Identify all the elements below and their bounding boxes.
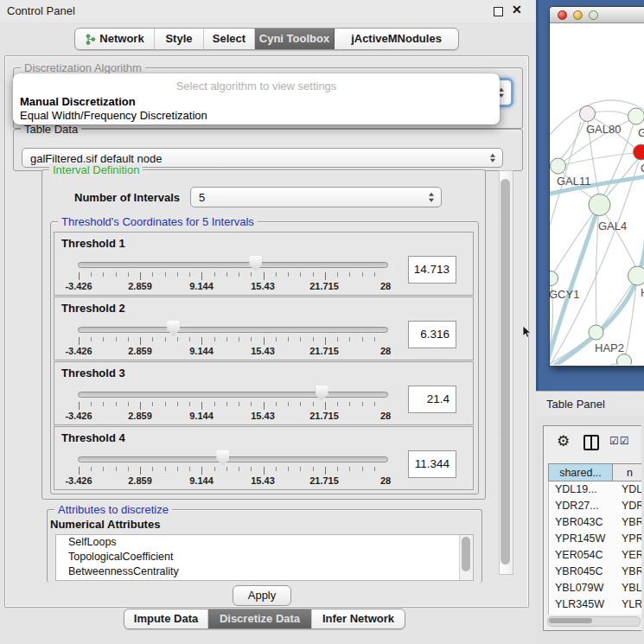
- table-row[interactable]: YBL079WYBL0: [549, 580, 641, 596]
- columns-icon[interactable]: [583, 435, 599, 450]
- table-row[interactable]: YLR345WYLR3: [549, 596, 641, 613]
- node-h-partial[interactable]: [628, 266, 644, 285]
- tick-label: 9.144: [175, 346, 227, 356]
- dropdown-option-equal-width[interactable]: Equal Width/Frequency Discretization: [20, 109, 207, 122]
- cell[interactable]: YLR3: [622, 596, 641, 613]
- network-canvas[interactable]: GAL80 G. C GAL11 GAL4 GCY1 H HAP2: [550, 22, 644, 365]
- tick-label: 15.43: [237, 346, 289, 356]
- list-vertical-scrollbar[interactable]: [459, 535, 473, 580]
- number-of-intervals-label: Number of Intervals: [74, 191, 180, 204]
- threshold-3-slider-thumb[interactable]: [316, 386, 328, 401]
- cell[interactable]: YDL1: [622, 481, 641, 498]
- tab-impute-data[interactable]: Impute Data: [124, 609, 208, 628]
- node-bottom[interactable]: [617, 354, 632, 366]
- threshold-1-value-field[interactable]: 14.713: [408, 256, 456, 284]
- apply-button[interactable]: Apply: [233, 585, 291, 606]
- list-item[interactable]: SelfLoops: [56, 535, 473, 550]
- threshold-1-slider-thumb[interactable]: [249, 256, 262, 271]
- network-window-titlebar[interactable]: [550, 7, 644, 23]
- tick-label: 21.715: [298, 411, 350, 421]
- combo-stepper-icon: [490, 153, 495, 163]
- tab-cyni-toolbox[interactable]: Cyni Toolbox: [255, 29, 335, 49]
- table-row[interactable]: YIL052CYIL0: [549, 613, 641, 615]
- cell[interactable]: YER0: [622, 547, 641, 564]
- tab-infer-network[interactable]: Infer Network: [312, 609, 405, 628]
- cell[interactable]: YBR045C: [555, 564, 603, 580]
- tick-label: 15.43: [237, 475, 289, 486]
- list-item[interactable]: BetweennessCentrality: [56, 564, 473, 579]
- tick-label: 2.859: [114, 475, 166, 486]
- threshold-2-slider-thumb[interactable]: [167, 321, 180, 336]
- node-label-hap2: HAP2: [595, 341, 624, 354]
- cell[interactable]: YER054C: [555, 547, 603, 564]
- cell[interactable]: YIL0: [622, 613, 641, 615]
- cell[interactable]: YDR2: [622, 498, 641, 514]
- cell[interactable]: YBR043C: [555, 514, 603, 531]
- tick-label: 2.859: [114, 346, 166, 356]
- close-traffic-light[interactable]: [558, 10, 567, 20]
- table-horizontal-scrollbar[interactable]: [547, 616, 641, 627]
- node-gal4[interactable]: [589, 194, 610, 216]
- cell[interactable]: YBL079W: [555, 580, 603, 596]
- number-of-intervals-combobox[interactable]: 5: [190, 187, 442, 207]
- tab-select[interactable]: Select: [204, 29, 255, 49]
- cell[interactable]: YBR0: [622, 564, 641, 580]
- tick-label: -3.426: [53, 475, 105, 486]
- node-label-gal11: GAL11: [557, 175, 591, 188]
- cell[interactable]: YBL0: [622, 580, 641, 596]
- table-data-combobox-value: galFiltered.sif default node: [30, 151, 162, 164]
- table-panel: ⚙ ☑☑ shared... n YDL19...YDL1 YDR27...YD…: [543, 425, 641, 631]
- scrollbar-thumb[interactable]: [501, 179, 510, 564]
- numerical-attributes-list[interactable]: SelfLoops TopologicalCoefficient Between…: [55, 534, 474, 581]
- table-row[interactable]: YBR045CYBR0: [549, 564, 641, 580]
- cell[interactable]: YPR145W: [555, 531, 605, 547]
- column-header-shared[interactable]: shared...: [548, 463, 613, 481]
- slider-ticks-major: [79, 402, 386, 410]
- gear-icon[interactable]: ⚙: [557, 432, 570, 450]
- checkbox-icons[interactable]: ☑☑: [609, 435, 630, 447]
- threshold-1-label: Threshold 1: [61, 237, 125, 250]
- zoom-traffic-light[interactable]: [589, 10, 598, 20]
- close-icon[interactable]: ✕: [512, 3, 522, 16]
- tick-label: 2.859: [114, 411, 166, 421]
- cell[interactable]: YBR0: [622, 514, 641, 531]
- threshold-2-value-field[interactable]: 6.316: [408, 321, 456, 348]
- threshold-3-value-field[interactable]: 21.4: [408, 386, 456, 413]
- dropdown-option-manual-discretization[interactable]: Manual Discretization: [20, 95, 136, 108]
- node-gcy1[interactable]: [550, 271, 558, 286]
- scrollbar-thumb[interactable]: [462, 537, 470, 571]
- threshold-4-slider-thumb[interactable]: [216, 450, 229, 466]
- table-row[interactable]: YPR145WYPR1: [549, 531, 641, 547]
- node-red-selected[interactable]: [634, 144, 644, 160]
- control-panel: Control Panel ✕ Network Style Select: [0, 0, 536, 644]
- float-window-icon[interactable]: [494, 7, 503, 16]
- threshold-4-value-field[interactable]: 11.344: [408, 450, 456, 478]
- tab-style[interactable]: Style: [155, 29, 204, 49]
- tick-label: 28: [360, 281, 411, 291]
- tab-network[interactable]: Network: [75, 29, 155, 49]
- table-row[interactable]: YDL19...YDL1: [549, 481, 641, 498]
- cell[interactable]: YDL19...: [555, 481, 597, 498]
- threshold-3-label: Threshold 3: [61, 367, 125, 379]
- table-row[interactable]: YBR043CYBR0: [549, 514, 641, 531]
- cell[interactable]: YDR27...: [555, 498, 599, 514]
- list-item[interactable]: TopologicalCoefficient: [56, 550, 473, 564]
- panel-vertical-scrollbar[interactable]: [499, 170, 513, 575]
- scrollbar-thumb[interactable]: [549, 618, 592, 623]
- cell[interactable]: YIL052C: [555, 613, 597, 615]
- node-hap2[interactable]: [589, 325, 603, 340]
- network-icon: [85, 34, 96, 45]
- minimize-traffic-light[interactable]: [573, 10, 583, 20]
- tab-jactivemnodules[interactable]: jActiveMNodules: [335, 29, 458, 49]
- node-gal11[interactable]: [551, 158, 566, 174]
- node-g-partial[interactable]: [628, 108, 644, 124]
- node-gal80[interactable]: [580, 106, 596, 122]
- tick-label: 21.715: [298, 346, 350, 356]
- column-header-name[interactable]: n: [613, 463, 641, 481]
- table-row[interactable]: YDR27...YDR2: [549, 498, 641, 514]
- slider-ticks-major: [79, 467, 386, 475]
- cell[interactable]: YLR345W: [555, 596, 604, 613]
- table-row[interactable]: YER054CYER0: [549, 547, 641, 564]
- cell[interactable]: YPR1: [622, 531, 641, 547]
- tab-discretize-data[interactable]: Discretize Data: [208, 609, 312, 628]
